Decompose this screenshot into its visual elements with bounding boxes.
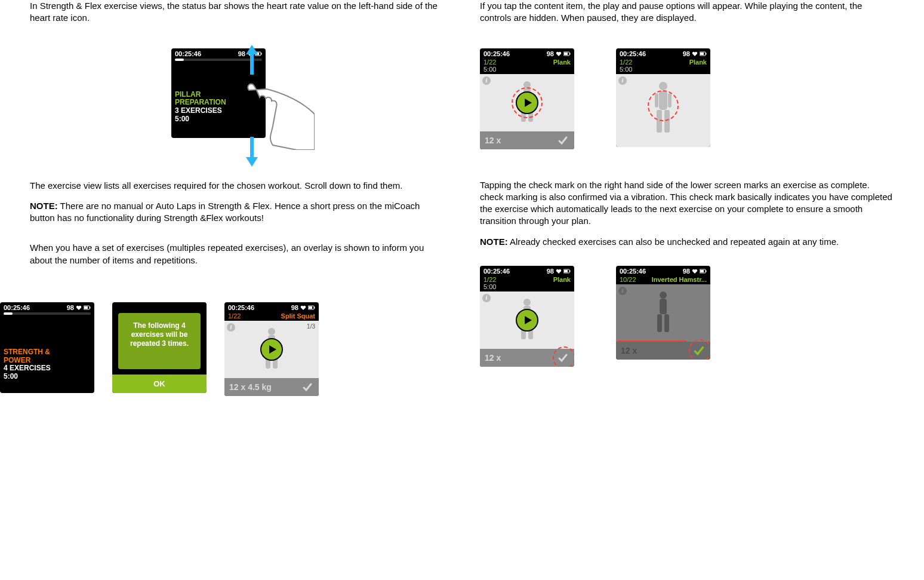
- exercise-content[interactable]: i: [480, 291, 574, 349]
- status-hr: 98: [683, 50, 690, 57]
- status-hr: 98: [547, 50, 554, 57]
- overlay-ok-button[interactable]: OK: [112, 375, 207, 393]
- heart-icon: [300, 305, 306, 311]
- note-label: NOTE:: [30, 201, 58, 211]
- play-icon[interactable]: [260, 338, 283, 361]
- status-time: 00:25:46: [483, 268, 510, 275]
- right-p2: Tapping the check mark on the right hand…: [480, 179, 894, 228]
- plank-time: 5:00: [480, 283, 574, 291]
- status-time: 00:25:46: [228, 304, 254, 311]
- overlay-message: The following 4 exercises will be repeat…: [118, 313, 201, 369]
- device-overlay-popup: The following 4 exercises will be repeat…: [112, 302, 207, 393]
- svg-rect-5: [84, 306, 88, 309]
- battery-icon: [700, 51, 707, 56]
- svg-rect-21: [706, 53, 707, 54]
- exercise-content[interactable]: i: [616, 74, 710, 147]
- svg-rect-40: [660, 299, 667, 314]
- left-p1: In Strength & Flex exercise views, the s…: [30, 0, 444, 24]
- status-hr: 98: [683, 268, 690, 275]
- info-icon[interactable]: i: [227, 323, 235, 332]
- exercise-content[interactable]: i 1/3: [224, 321, 319, 378]
- svg-rect-4: [90, 306, 91, 308]
- left-p3: When you have a set of exercises (multip…: [30, 242, 444, 266]
- footer-reps: 12 x: [621, 346, 637, 355]
- footer-reps: 12 x: [485, 136, 501, 145]
- checkmark-icon[interactable]: [301, 380, 314, 394]
- exercise-content[interactable]: i: [616, 284, 710, 342]
- plank-index: 1/22: [483, 276, 496, 283]
- svg-rect-8: [309, 306, 312, 309]
- figure-scroll-gesture: 00:25:46 98 PILLAR: [30, 36, 444, 162]
- plank-time: 5:00: [480, 66, 574, 74]
- battery-icon: [700, 269, 707, 274]
- status-hr: 98: [238, 50, 245, 57]
- status-time: 00:25:46: [4, 304, 30, 311]
- scroll-arrow-down-icon: [250, 137, 254, 158]
- heart-icon: [692, 51, 698, 57]
- strength-line2: POWER: [4, 357, 91, 365]
- svg-rect-30: [569, 270, 571, 272]
- heart-icon: [692, 268, 698, 274]
- status-hr: 98: [291, 304, 298, 311]
- plank-name: Plank: [553, 276, 571, 283]
- checkmark-icon[interactable]: [692, 344, 706, 357]
- svg-rect-41: [657, 314, 662, 332]
- svg-rect-28: [668, 93, 672, 108]
- exercise-figure-icon: [651, 289, 675, 337]
- svg-point-16: [523, 81, 531, 88]
- play-icon[interactable]: [516, 91, 538, 114]
- right-note: NOTE: Already checked exercises can also…: [480, 236, 894, 248]
- plank-time: 5:00: [616, 66, 710, 74]
- status-time: 00:25:46: [620, 268, 646, 275]
- status-time: 00:25:46: [175, 50, 201, 57]
- svg-rect-27: [655, 93, 658, 108]
- svg-rect-31: [564, 270, 568, 272]
- device-plank-play: 00:25:46 98 1/22 Plank 5:00 i: [480, 48, 574, 149]
- info-icon[interactable]: i: [482, 76, 491, 85]
- footer-reps: 12 x 4.5 kg: [229, 382, 272, 392]
- footer-reps: 12 x: [485, 353, 501, 363]
- svg-rect-1: [261, 53, 262, 54]
- plank-name: Plank: [689, 59, 707, 66]
- svg-rect-22: [700, 53, 704, 55]
- pillar-line4: 5:00: [175, 115, 262, 124]
- device-plank-check: 00:25:46 98 1/22 Plank 5:00 i: [480, 266, 574, 367]
- info-icon[interactable]: i: [482, 294, 491, 302]
- svg-point-39: [660, 291, 667, 299]
- exercise-content[interactable]: i: [480, 74, 574, 131]
- rep-counter: 1/3: [307, 323, 315, 330]
- figure-overlay-row: 00:25:46 98 STRENGTH & POWER 4 EXERCISES…: [0, 302, 444, 396]
- svg-rect-26: [664, 110, 670, 133]
- svg-rect-25: [657, 110, 662, 133]
- svg-rect-15: [564, 53, 568, 55]
- svg-rect-24: [659, 91, 667, 110]
- right-note-text: Already checked exercises can also be un…: [508, 237, 839, 247]
- note-label: NOTE:: [480, 237, 508, 247]
- pillar-line1: PILLAR: [175, 91, 262, 99]
- figure-play-pause-row: 00:25:46 98 1/22 Plank 5:00 i: [480, 48, 894, 149]
- status-time: 00:25:46: [620, 50, 646, 57]
- left-note: NOTE: There are no manual or Auto Laps i…: [30, 200, 444, 225]
- strength-line4: 5:00: [4, 373, 91, 381]
- status-time: 00:25:46: [483, 50, 510, 57]
- pillar-line3: 3 EXERCISES: [175, 107, 262, 115]
- checkmark-icon[interactable]: [556, 351, 569, 364]
- battery-icon: [84, 305, 91, 310]
- svg-rect-42: [664, 314, 669, 332]
- inverted-name: Inverted Hamstr...: [652, 276, 707, 283]
- strength-line1: STRENGTH &: [4, 348, 91, 357]
- svg-point-9: [268, 328, 275, 335]
- device-plank-paused: 00:25:46 98 1/22 Plank 5:00 i: [616, 48, 710, 147]
- play-icon[interactable]: [516, 309, 538, 332]
- inverted-index: 10/22: [620, 276, 636, 283]
- checkmark-icon[interactable]: [556, 134, 569, 147]
- plank-index: 1/22: [483, 59, 496, 66]
- pillar-line2: PREPARATION: [175, 99, 262, 107]
- plank-name: Plank: [553, 59, 571, 66]
- status-hr: 98: [67, 304, 74, 311]
- status-hr: 98: [547, 268, 554, 275]
- info-icon[interactable]: i: [618, 76, 627, 85]
- plank-index: 1/22: [620, 59, 632, 66]
- svg-point-23: [659, 82, 667, 90]
- info-icon[interactable]: i: [618, 287, 627, 295]
